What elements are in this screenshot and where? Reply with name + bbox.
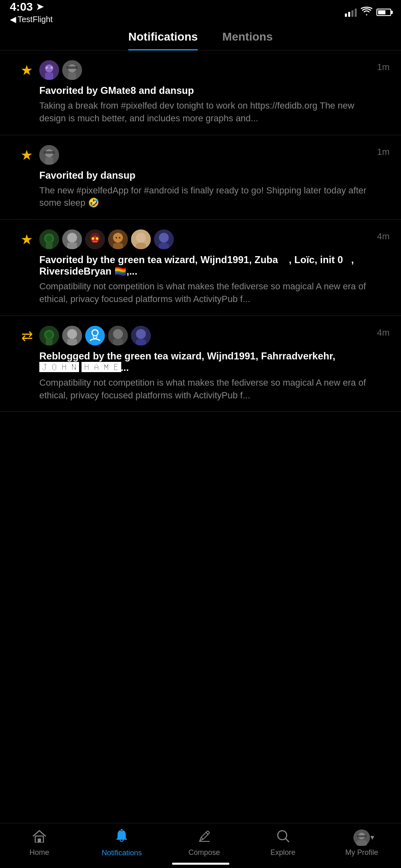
avatar [85,229,105,249]
bottom-nav: Home Notifications Compose [0,823,401,868]
nav-home[interactable]: Home [23,829,56,857]
notification-content: Favorited by GMate8 and dansup Taking a … [39,60,370,125]
wifi-icon [361,7,372,18]
svg-point-4 [50,66,53,69]
avatar [131,326,151,345]
back-button[interactable]: ◀ TestFlight [10,14,53,24]
home-label: Home [29,848,49,857]
avatar [39,326,59,345]
notification-body: Compatibility not competition is what ma… [39,280,370,306]
avatar [62,326,82,345]
svg-point-21 [92,237,94,240]
signal-strength-icon [345,8,357,17]
reblog-icon: ⇄ [21,327,33,344]
svg-point-17 [67,233,77,243]
location-arrow-icon: ➤ [36,2,43,12]
svg-rect-18 [67,243,77,249]
avatar [39,145,59,165]
profile-avatar [353,829,370,846]
avatar [108,326,128,345]
svg-point-41 [113,329,123,339]
notification-avatars [39,60,370,80]
nav-compose[interactable]: Compose [188,829,221,857]
notification-list: ★ [0,50,401,412]
svg-point-24 [113,233,123,243]
notification-avatars [39,145,370,165]
profile-avatar-container: ▼ [353,829,370,846]
favorite-icon: ★ [20,231,33,248]
notifications-nav-label: Notifications [102,849,142,857]
compose-icon [198,829,211,846]
notification-body: Compatibility not competition is what ma… [39,377,370,402]
svg-point-39 [93,330,97,335]
notification-item[interactable]: ★ Favorited by dansup The new #pixelfedA… [0,135,401,220]
home-icon [32,829,46,846]
explore-label: Explore [270,848,295,857]
svg-point-22 [96,237,98,240]
notification-title: Favorited by GMate8 and dansup [39,85,370,96]
svg-rect-11 [45,157,53,165]
svg-rect-53 [356,840,367,846]
nav-profile[interactable]: ▼ My Profile [345,829,378,857]
svg-rect-2 [45,73,53,80]
notification-content: Reblogged by the green tea wizard, Wijnd… [39,326,370,402]
avatar [154,229,174,249]
notification-time: 4m [377,229,390,242]
svg-point-44 [136,329,146,339]
notification-item[interactable]: ★ [0,50,401,135]
svg-point-28 [136,233,146,243]
notification-item[interactable]: ★ [0,220,401,316]
svg-point-33 [46,332,52,338]
svg-point-26 [119,237,120,239]
svg-point-30 [159,233,169,243]
tab-header: Notifications Mentions [0,22,401,50]
tab-notifications[interactable]: Notifications [128,30,198,50]
nav-notifications[interactable]: Notifications [102,829,142,857]
profile-chevron-icon: ▼ [369,834,376,841]
notification-time: 4m [377,326,390,338]
svg-point-25 [116,237,117,239]
avatar [85,326,105,345]
avatar [108,229,128,249]
status-left: 4:03 ➤ ◀ TestFlight [10,0,53,24]
svg-rect-54 [357,835,367,837]
status-time: 4:03 ➤ [10,0,53,14]
avatar [39,229,59,249]
svg-rect-7 [68,73,76,80]
avatar [62,60,82,80]
nav-explore[interactable]: Explore [267,829,299,857]
notifications-icon [115,829,128,846]
notification-time: 1m [377,60,390,73]
notification-avatars [39,326,370,345]
tab-mentions[interactable]: Mentions [222,30,273,50]
notification-content: Favorited by the green tea wizard, Wijnd… [39,229,370,306]
home-indicator [172,863,229,865]
svg-rect-12 [43,151,55,154]
notification-title: Reblogged by the green tea wizard, Wijnd… [39,350,370,373]
favorite-icon: ★ [20,62,33,78]
svg-rect-36 [67,339,77,345]
notification-body: Taking a break from #pixelfed dev tonigh… [39,100,370,125]
notification-time: 1m [377,145,390,157]
svg-rect-8 [66,66,78,69]
time-display: 4:03 [10,0,33,14]
compose-label: Compose [188,848,220,857]
favorite-icon: ★ [20,147,33,163]
svg-point-35 [67,329,77,339]
svg-rect-46 [38,838,41,843]
svg-point-3 [45,66,48,69]
avatar [39,60,59,80]
notification-item[interactable]: ⇄ [0,316,401,412]
avatar [131,229,151,249]
svg-line-50 [285,838,289,842]
svg-point-47 [120,829,123,831]
notification-body: The new #pixelfedApp for #android is fin… [39,184,370,210]
notification-content: Favorited by dansup The new #pixelfedApp… [39,145,370,210]
explore-icon [276,829,290,846]
status-right [345,7,391,18]
notification-title: Favorited by the green tea wizard, Wijnd… [39,254,370,277]
svg-point-15 [46,235,52,242]
notification-title: Favorited by dansup [39,170,370,181]
profile-label: My Profile [345,848,378,857]
status-bar: 4:03 ➤ ◀ TestFlight [0,0,401,22]
